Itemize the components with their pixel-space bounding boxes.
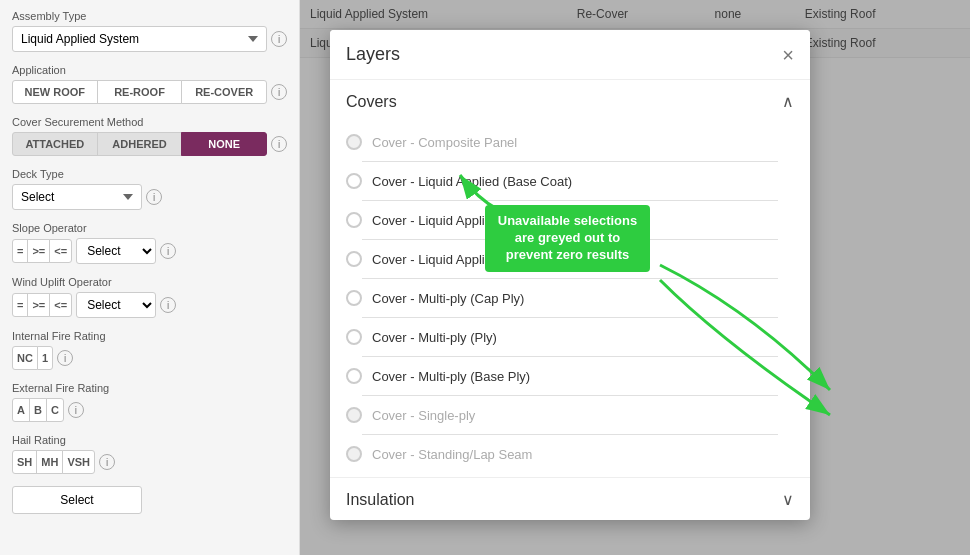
- section-header-insulation[interactable]: Insulation∨: [330, 478, 810, 520]
- slope-operator-group: Slope Operator = >= <= Select i: [12, 222, 287, 264]
- section-divider: [362, 395, 778, 396]
- layer-item: Cover - Standing/Lap Seam: [346, 439, 794, 469]
- cover-securement-group: Cover Securement Method ATTACHED ADHERED…: [12, 116, 287, 156]
- assembly-type-select[interactable]: Liquid Applied System: [12, 26, 267, 52]
- internal-fire-label: Internal Fire Rating: [12, 330, 287, 342]
- layer-item: Cover - Composite Panel: [346, 127, 794, 157]
- slope-gte-btn[interactable]: >=: [27, 239, 50, 263]
- annotation-box: Unavailable selections are greyed out to…: [485, 205, 650, 272]
- section-header-covers[interactable]: Covers∧: [330, 80, 810, 123]
- none-btn[interactable]: NONE: [181, 132, 267, 156]
- section-chevron-icon: ∧: [782, 92, 794, 111]
- layer-label: Cover - Standing/Lap Seam: [372, 447, 532, 462]
- layer-label: Cover - Multi-ply (Cap Ply): [372, 291, 524, 306]
- hail-rating-label: Hail Rating: [12, 434, 287, 446]
- radio-circle: [346, 407, 362, 423]
- modal-header: Layers ×: [330, 30, 810, 80]
- new-roof-btn[interactable]: NEW ROOF: [12, 80, 98, 104]
- internal-fire-info-icon[interactable]: i: [57, 350, 73, 366]
- deck-type-label: Deck Type: [12, 168, 287, 180]
- wind-eq-btn[interactable]: =: [12, 293, 28, 317]
- application-info-icon[interactable]: i: [271, 84, 287, 100]
- adhered-btn[interactable]: ADHERED: [97, 132, 183, 156]
- layer-label: Cover - Multi-ply (Base Ply): [372, 369, 530, 384]
- layer-item[interactable]: Cover - Multi-ply (Ply): [346, 322, 794, 352]
- layers-modal: Layers × Covers∧Cover - Composite PanelC…: [330, 30, 810, 520]
- assembly-type-info-icon[interactable]: i: [271, 31, 287, 47]
- layer-label: Cover - Single-ply: [372, 408, 475, 423]
- external-fire-group: External Fire Rating A B C i: [12, 382, 287, 422]
- application-label: Application: [12, 64, 287, 76]
- select-button[interactable]: Select: [12, 486, 142, 514]
- assembly-type-group: Assembly Type Liquid Applied System i: [12, 10, 287, 52]
- modal-section-covers: Covers∧Cover - Composite PanelCover - Li…: [330, 80, 810, 478]
- hail-vsh-btn[interactable]: VSH: [62, 450, 95, 474]
- attached-btn[interactable]: ATTACHED: [12, 132, 98, 156]
- external-fire-btn-group: A B C: [12, 398, 64, 422]
- modal-title: Layers: [346, 44, 400, 65]
- hail-sh-btn[interactable]: SH: [12, 450, 37, 474]
- layer-label: Cover - Liquid Applied (Base Coat): [372, 174, 572, 189]
- internal-fire-group: Internal Fire Rating NC 1 i: [12, 330, 287, 370]
- deck-type-group: Deck Type Select i: [12, 168, 287, 210]
- re-roof-btn[interactable]: RE-ROOF: [97, 80, 183, 104]
- modal-overlay: Layers × Covers∧Cover - Composite PanelC…: [300, 0, 970, 555]
- slope-eq-btn[interactable]: =: [12, 239, 28, 263]
- hail-mh-btn[interactable]: MH: [36, 450, 63, 474]
- external-c-btn[interactable]: C: [46, 398, 64, 422]
- section-divider: [362, 434, 778, 435]
- slope-operator-label: Slope Operator: [12, 222, 287, 234]
- annotation-text: Unavailable selections are greyed out to…: [498, 213, 637, 262]
- internal-nc-btn[interactable]: NC: [12, 346, 38, 370]
- layer-item[interactable]: Cover - Multi-ply (Cap Ply): [346, 283, 794, 313]
- radio-circle: [346, 212, 362, 228]
- wind-gte-btn[interactable]: >=: [27, 293, 50, 317]
- cover-securement-label: Cover Securement Method: [12, 116, 287, 128]
- external-fire-info-icon[interactable]: i: [68, 402, 84, 418]
- hail-rating-group: Hail Rating SH MH VSH i: [12, 434, 287, 474]
- internal-1-btn[interactable]: 1: [37, 346, 53, 370]
- modal-close-button[interactable]: ×: [782, 45, 794, 65]
- slope-lte-btn[interactable]: <=: [49, 239, 72, 263]
- section-divider: [362, 278, 778, 279]
- re-cover-btn[interactable]: RE-COVER: [181, 80, 267, 104]
- radio-circle: [346, 134, 362, 150]
- wind-uplift-label: Wind Uplift Operator: [12, 276, 287, 288]
- cover-securement-info-icon[interactable]: i: [271, 136, 287, 152]
- internal-fire-btn-group: NC 1: [12, 346, 53, 370]
- wind-info-icon[interactable]: i: [160, 297, 176, 313]
- radio-circle: [346, 368, 362, 384]
- deck-type-info-icon[interactable]: i: [146, 189, 162, 205]
- assembly-type-label: Assembly Type: [12, 10, 287, 22]
- layer-label: Cover - Multi-ply (Ply): [372, 330, 497, 345]
- slope-op-btn-group: = >= <=: [12, 239, 72, 263]
- modal-section-insulation: Insulation∨: [330, 478, 810, 520]
- hail-btn-group: SH MH VSH: [12, 450, 95, 474]
- main-content: Liquid Applied SystemRe-CovernoneExistin…: [300, 0, 970, 555]
- external-fire-label: External Fire Rating: [12, 382, 287, 394]
- deck-type-select[interactable]: Select: [12, 184, 142, 210]
- external-b-btn[interactable]: B: [29, 398, 47, 422]
- radio-circle: [346, 329, 362, 345]
- section-divider: [362, 356, 778, 357]
- layer-item[interactable]: Cover - Liquid Applied (Base Coat): [346, 166, 794, 196]
- section-body: Cover - Composite PanelCover - Liquid Ap…: [330, 123, 810, 477]
- hail-info-icon[interactable]: i: [99, 454, 115, 470]
- slope-value-select[interactable]: Select: [76, 238, 156, 264]
- application-group: Application NEW ROOF RE-ROOF RE-COVER i: [12, 64, 287, 104]
- wind-lte-btn[interactable]: <=: [49, 293, 72, 317]
- external-a-btn[interactable]: A: [12, 398, 30, 422]
- wind-op-btn-group: = >= <=: [12, 293, 72, 317]
- section-label: Insulation: [346, 491, 415, 509]
- section-chevron-icon: ∨: [782, 490, 794, 509]
- sidebar: Assembly Type Liquid Applied System i Ap…: [0, 0, 300, 555]
- layer-item: Cover - Single-ply: [346, 400, 794, 430]
- radio-circle: [346, 173, 362, 189]
- slope-info-icon[interactable]: i: [160, 243, 176, 259]
- section-divider: [362, 161, 778, 162]
- application-btn-group: NEW ROOF RE-ROOF RE-COVER: [12, 80, 267, 104]
- cover-securement-btn-group: ATTACHED ADHERED NONE: [12, 132, 267, 156]
- layer-item[interactable]: Cover - Multi-ply (Base Ply): [346, 361, 794, 391]
- section-divider: [362, 317, 778, 318]
- wind-value-select[interactable]: Select: [76, 292, 156, 318]
